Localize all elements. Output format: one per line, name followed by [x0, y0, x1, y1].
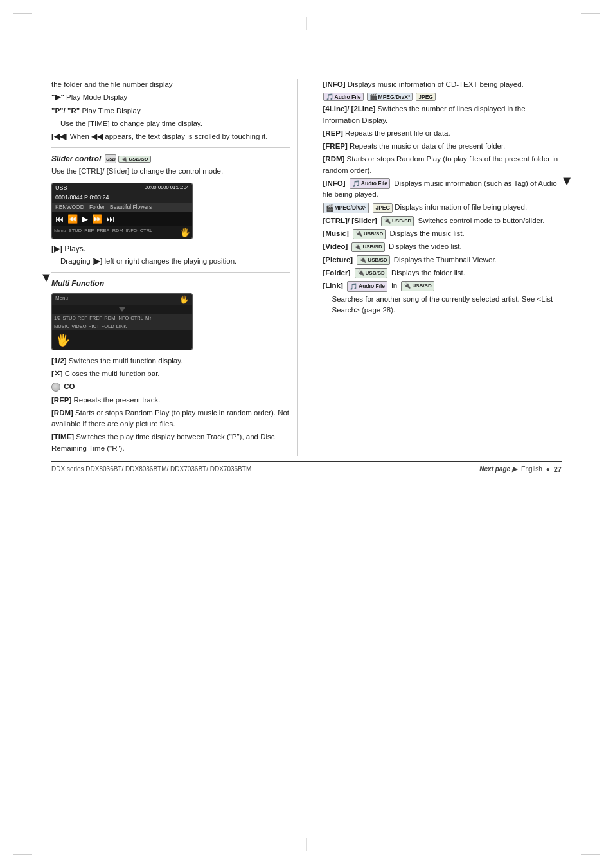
mf-ctrl: CTRL	[130, 315, 143, 321]
plays-row: [▶] Plays.	[51, 244, 290, 253]
mf-info: INFO	[117, 315, 129, 321]
screen-brand: KENWOOD	[55, 204, 84, 210]
crop-mark-tr	[581, 13, 600, 32]
screen-folder-name: Beautiful Flowers	[110, 204, 152, 210]
mf-hand-glyph: 🖐	[56, 334, 70, 347]
mf-rdm: RDM	[104, 315, 115, 321]
note-icon-small: 🎵	[352, 179, 360, 188]
mf-cd-line: CO	[51, 381, 290, 392]
usb-device-screen: USB 00:00-0000 01:01:04 0001/0044 P 0:03…	[51, 183, 193, 239]
intro-line-3: "P"/ "R" Play Time Display	[51, 105, 290, 116]
mf-stud: STUD	[62, 315, 75, 321]
right-frep: [FREP] Repeats the music or data of the …	[323, 141, 562, 152]
cd-label: CO	[64, 383, 75, 390]
mf-menu-label: Menu	[55, 295, 68, 304]
intro-line-4: Use the [TIME] to change play time displ…	[60, 118, 290, 129]
mf-desc-x: [✕] Closes the multi function bar.	[51, 368, 290, 379]
right-picture: [Picture] 🔌USB/SD Displays the Thumbnail…	[323, 255, 562, 266]
screen-time: 00:00-0000 01:01:04	[145, 185, 189, 191]
intro-line-1: the folder and the file number display	[51, 79, 290, 90]
crosshair-bot-v	[306, 838, 307, 851]
menu-rep: REP	[84, 228, 94, 237]
jpeg-info-badge: JPEG	[373, 203, 393, 213]
mf-top-bar: Menu 🖐	[52, 294, 192, 305]
mf-bar2: MUSIC VIDEO PICT FOLD LINK — —	[52, 322, 192, 330]
ctrl-next: ⏭	[106, 214, 114, 224]
mf-blank2: —	[136, 323, 141, 329]
usb-icon-small: 🔌	[121, 156, 127, 162]
usb-icon-music: 🔌	[355, 230, 362, 239]
picture-usb-badge: 🔌USB/SD	[357, 255, 389, 266]
right-lines: [4Line]/ [2Line] Switches the number of …	[323, 104, 562, 126]
screen-controls: ⏮ ⏪ ▶ ⏩ ⏭	[52, 212, 192, 226]
mf-up: M↑	[145, 315, 152, 321]
ctrl-play: ▶	[82, 214, 88, 224]
usb-icon-folder: 🔌	[357, 269, 364, 278]
mf-frep: FREP	[89, 315, 102, 321]
usb-icon: USB	[105, 154, 116, 163]
plays-tag: [▶] Plays.	[51, 244, 85, 253]
screen-menu-bar: Menu STUD REP FREP RDM INFO CTRL 🖐	[52, 226, 192, 239]
mf-rep-desc: [REP] Repeats the present track.	[51, 395, 290, 406]
slider-desc: Use the [CTRL]/ [Slider] to change the c…	[51, 166, 290, 177]
mf-link: LINK	[116, 323, 127, 329]
right-music: [Music] 🔌USB/SD Displays the music list.	[323, 228, 562, 239]
film-icon: 🎬	[369, 93, 377, 100]
left-bullet: ▼	[40, 270, 53, 285]
mf-time-desc: [TIME] Switches the play time display be…	[51, 431, 290, 454]
crop-mark-br	[581, 836, 600, 855]
right-rdm: [RDM] Starts or stops Random Play (to pl…	[323, 154, 562, 176]
bottom-section: DDX series DDX8036BT/ DDX8036BTM/ DDX703…	[51, 461, 562, 473]
intro-line-5: [◀◀] When ◀◀ appears, the text display i…	[51, 131, 290, 142]
screen-track: 0001/0044 P 0:03:24	[52, 192, 192, 203]
right-folder: [Folder] 🔌USB/SD Displays the folder lis…	[323, 267, 562, 278]
mf-hand-icon: 🖐	[179, 295, 189, 304]
right-bullet: ▼	[560, 174, 573, 188]
usb-icon-link: 🔌	[404, 282, 411, 291]
ctrl-fwd: ⏩	[92, 214, 102, 224]
crop-mark-tl	[13, 13, 32, 32]
ctrl-prev: ⏮	[55, 214, 64, 224]
mf-arrow-area	[52, 305, 192, 314]
bottom-rule	[51, 461, 562, 462]
page-dot: ●	[546, 466, 550, 473]
top-rule	[51, 71, 562, 71]
screen-sub: KENWOOD Folder Beautiful Flowers	[52, 203, 192, 212]
right-info-cdtext: [INFO] Displays music information of CD-…	[323, 79, 562, 90]
link-audio-badge: 🎵Audio File	[347, 281, 387, 292]
footer-model: DDX series DDX8036BT/ DDX8036BTM/ DDX703…	[51, 466, 251, 473]
menu-frep: FREP	[97, 228, 110, 237]
mf-screen: Menu 🖐 1/2 STUD REP FREP RDM INFO CTRL M…	[51, 293, 193, 350]
page-number: 27	[554, 466, 562, 473]
left-divider-1	[51, 147, 290, 148]
right-video: [Video] 🔌USB/SD Displays the video list.	[323, 241, 562, 252]
footer-row: DDX series DDX8036BT/ DDX8036BTM/ DDX703…	[51, 466, 562, 473]
ctrl-rew: ⏪	[67, 214, 78, 224]
dragging-text: Dragging [▶] left or right changes the p…	[60, 256, 290, 267]
right-column: [INFO] Displays music information of CD-…	[317, 79, 562, 456]
crosshair-top-v	[306, 17, 307, 30]
ctrl-usb-badge: 🔌USB/SD	[381, 216, 414, 226]
multi-function-heading: Multi Function	[51, 279, 290, 288]
menu-info: INFO	[126, 228, 138, 237]
right-link: [Link] 🎵Audio File in 🔌USB/SD	[323, 280, 562, 291]
screen-source: USB	[55, 185, 67, 191]
left-divider-2	[51, 272, 290, 273]
jpeg-badge: JPEG	[416, 93, 436, 101]
arrow-down-icon	[119, 307, 125, 312]
folder-usb-badge: 🔌USB/SD	[355, 268, 387, 278]
two-column-layout: the folder and the file number display "…	[51, 79, 562, 456]
badge-row: 🎵 Audio File 🎬 MPEG/DivX° JPEG	[323, 93, 562, 101]
right-info-audio: [INFO] 🎵 Audio File Displays music infor…	[323, 178, 562, 201]
footer-right: Next page ▶ English ● 27	[479, 466, 562, 473]
screen-folder-label: Folder	[89, 204, 105, 210]
mpeg-info-badge: 🎬 MPEG/DivX°	[323, 203, 369, 213]
slider-usb-badge: 🔌 USB/SD	[118, 156, 150, 163]
right-ctrl-slider: [CTRL]/ [Slider] 🔌USB/SD Switches contro…	[323, 215, 562, 226]
usb-icon-video: 🔌	[354, 243, 361, 252]
menu-ctrl: CTRL	[140, 228, 153, 237]
mf-desc-12: [1/2] Switches the multi function displa…	[51, 356, 290, 366]
music-note-icon: 🎵	[326, 93, 333, 100]
crop-mark-bl	[13, 836, 32, 855]
mf-music: MUSIC	[54, 323, 69, 329]
